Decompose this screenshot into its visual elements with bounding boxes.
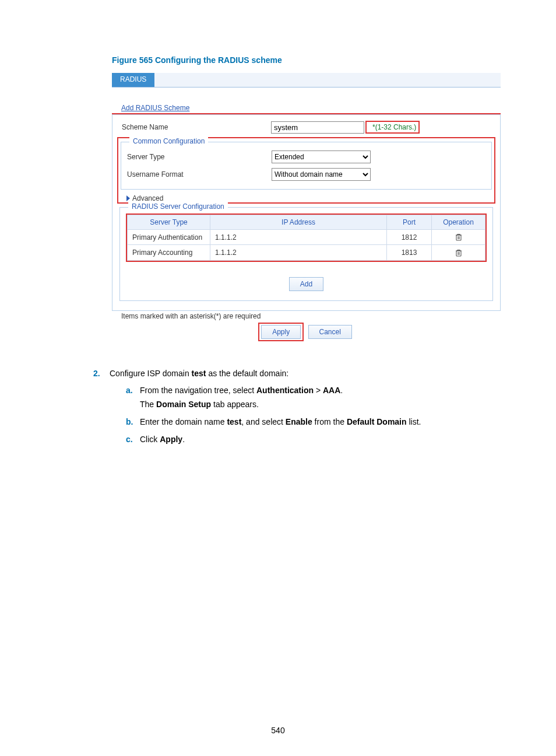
figure-title: Figure 565 Configuring the RADIUS scheme [112, 55, 501, 65]
page-number: 540 [0, 726, 556, 735]
text: from the [312, 417, 347, 426]
text-bold: Default Domain [347, 417, 407, 426]
label-server-type: Server Type [127, 153, 272, 161]
text-bold: AAA [323, 386, 340, 395]
highlight-hint: *(1-32 Chars.) [365, 121, 420, 134]
trash-icon[interactable] [455, 233, 463, 242]
tab-radius[interactable]: RADIUS [112, 73, 154, 87]
cell-ip: 1.1.1.2 [210, 245, 387, 260]
svg-rect-1 [456, 251, 461, 256]
cell-server-type: Primary Authentication [128, 230, 210, 245]
substep-body: From the navigation tree, select Authent… [140, 384, 501, 412]
cell-port: 1812 [387, 230, 432, 245]
text: Click [140, 435, 160, 444]
fieldset-radius-servers: RADIUS Server Configuration Server Type … [119, 207, 493, 301]
text-bold: Enable [286, 417, 312, 426]
step-text: Configure ISP domain test as the default… [110, 367, 501, 450]
add-button[interactable]: Add [289, 277, 323, 291]
label-scheme-name: Scheme Name [122, 123, 271, 131]
step-number: 2. [93, 367, 110, 450]
text-bold: Apply [160, 435, 182, 444]
text: > [314, 386, 323, 395]
scheme-name-hint: *(1-32 Chars.) [372, 123, 416, 131]
tab-bar: RADIUS [112, 73, 501, 88]
cell-port: 1813 [387, 245, 432, 260]
text-bold: Domain Setup [156, 400, 211, 409]
text: , and select [241, 417, 286, 426]
table-row: Primary Authentication 1.1.1.2 1812 [128, 230, 485, 245]
text: tab appears. [211, 400, 259, 409]
trash-icon[interactable] [455, 248, 463, 257]
apply-button[interactable]: Apply [261, 325, 301, 339]
text: From the navigation tree, select [140, 386, 256, 395]
text: as the default domain: [206, 369, 289, 378]
svg-rect-0 [456, 235, 461, 240]
th-port: Port [387, 215, 432, 230]
cancel-button[interactable]: Cancel [308, 325, 352, 339]
legend-radius-servers: RADIUS Server Configuration [128, 202, 228, 211]
substep-letter: c. [126, 433, 140, 447]
text: Enter the domain name [140, 417, 227, 426]
text-bold: Authentication [256, 386, 314, 395]
substep-letter: b. [126, 415, 140, 429]
link-add-radius-scheme[interactable]: Add RADIUS Scheme [121, 104, 501, 112]
label-username-format: Username Format [127, 170, 272, 178]
chevron-right-icon [126, 195, 130, 201]
cell-op [432, 245, 485, 260]
text: The [140, 400, 156, 409]
form-panel: Scheme Name *(1-32 Chars.) Common Config… [112, 114, 501, 311]
server-table: Server Type IP Address Port Operation Pr… [127, 215, 485, 261]
cell-ip: 1.1.1.2 [210, 230, 387, 245]
legend-common-config: Common Configuration [129, 137, 208, 145]
th-ip: IP Address [210, 215, 387, 230]
advanced-toggle[interactable]: Advanced [118, 191, 494, 202]
cell-server-type: Primary Accounting [128, 245, 210, 260]
th-server-type: Server Type [128, 215, 210, 230]
required-note: Items marked with an asterisk(*) are req… [121, 312, 501, 320]
radius-app: RADIUS Add RADIUS Scheme Scheme Name *(1… [112, 73, 501, 345]
text-bold: test [227, 417, 241, 426]
select-server-type[interactable]: Extended [272, 150, 371, 163]
text: . [340, 386, 343, 395]
text-bold: test [192, 369, 206, 378]
substep-letter: a. [126, 384, 140, 412]
substep-body: Enter the domain name test, and select E… [140, 415, 501, 429]
server-table-highlight: Server Type IP Address Port Operation Pr… [126, 214, 487, 262]
text: Configure ISP domain [110, 369, 192, 378]
text: list. [407, 417, 421, 426]
cell-op [432, 230, 485, 245]
input-scheme-name[interactable] [271, 121, 364, 134]
text: . [182, 435, 185, 444]
select-username-format[interactable]: Without domain name [272, 168, 371, 181]
doc-body: 2. Configure ISP domain test as the defa… [93, 367, 501, 450]
th-operation: Operation [432, 215, 485, 230]
table-row: Primary Accounting 1.1.1.2 1813 [128, 245, 485, 260]
substep-body: Click Apply. [140, 433, 501, 447]
apply-highlight: Apply [258, 323, 304, 341]
advanced-label: Advanced [132, 194, 163, 202]
